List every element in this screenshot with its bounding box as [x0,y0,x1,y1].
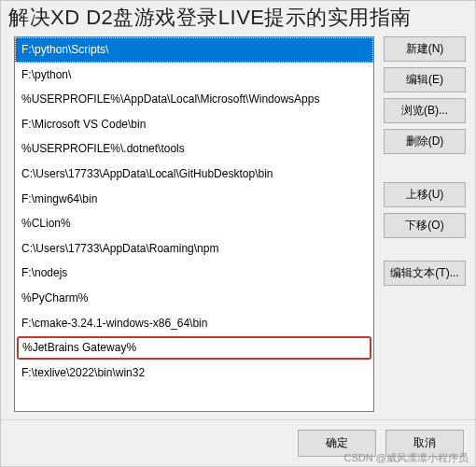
path-list-item[interactable]: F:\cmake-3.24.1-windows-x86_64\bin [15,311,373,336]
path-list-item[interactable]: F:\python\Scripts\ [15,37,373,63]
move-down-button[interactable]: 下移(O) [384,213,466,238]
delete-button[interactable]: 删除(D) [384,129,466,154]
article-title-overlay: 解决XD D2盘游戏登录LIVE提示的实用指南 [8,5,468,31]
edit-button[interactable]: 编辑(E) [384,67,466,92]
path-list-item[interactable]: F:\mingw64\bin [15,187,373,212]
path-list-item[interactable]: %USERPROFILE%\AppData\Local\Microsoft\Wi… [15,87,373,112]
path-list-item[interactable]: F:\texlive\2022\bin\win32 [15,361,373,386]
env-var-edit-dialog: 解决XD D2盘游戏登录LIVE提示的实用指南 F:\python\Script… [0,0,476,467]
path-list-item[interactable]: C:\Users\17733\AppData\Local\GitHubDeskt… [15,162,373,187]
path-list-item[interactable]: F:\python\ [15,63,373,88]
new-button[interactable]: 新建(N) [384,36,466,62]
watermark-text: CSDN @威风凛凛小程序员 [344,451,469,465]
path-list-item[interactable]: C:\Users\17733\AppData\Roaming\npm [15,236,373,262]
side-button-column: 新建(N) 编辑(E) 浏览(B)... 删除(D) 上移(U) 下移(O) 编… [384,36,466,412]
browse-button[interactable]: 浏览(B)... [384,98,466,123]
path-list-item[interactable]: %CLion% [15,211,373,236]
path-list-item[interactable]: F:\nodejs [15,261,373,286]
path-listbox[interactable]: F:\python\Scripts\F:\python\%USERPROFILE… [14,36,374,412]
path-list-item[interactable]: %PyCharm% [15,286,373,311]
path-list-item[interactable]: F:\Microsoft VS Code\bin [15,112,373,137]
dialog-content: F:\python\Scripts\F:\python\%USERPROFILE… [1,1,475,419]
path-list-item[interactable]: %USERPROFILE%\.dotnet\tools [15,136,373,162]
path-list-item[interactable]: %JetBrains Gateway% [17,336,371,360]
move-up-button[interactable]: 上移(U) [384,182,466,207]
edit-text-button[interactable]: 编辑文本(T)... [384,261,466,286]
